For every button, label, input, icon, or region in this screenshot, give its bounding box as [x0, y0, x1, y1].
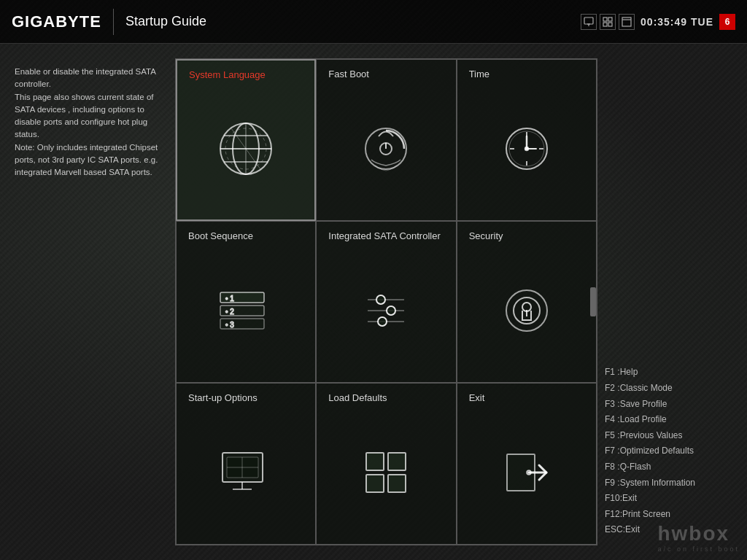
svg-rect-6 — [608, 23, 612, 26]
badge-icon: 6 — [719, 14, 735, 30]
svg-point-38 — [376, 295, 385, 304]
svg-rect-51 — [366, 453, 384, 470]
cell-icon-fast-boot — [328, 85, 444, 211]
grid-cell-load-defaults[interactable]: Load Defaults — [316, 383, 456, 545]
grid-cell-exit[interactable]: Exit — [457, 383, 597, 545]
cell-icon-boot-sequence: • 1 • 2 • 3 — [188, 247, 303, 373]
svg-text:• 1: • 1 — [225, 295, 234, 303]
shortcuts-list: F1 :HelpF2 :Classic ModeF3 :Save Profile… — [605, 365, 732, 538]
shortcut-item: F9 :System Information — [605, 475, 732, 491]
shortcut-item: F2 :Classic Mode — [605, 381, 732, 397]
svg-rect-7 — [622, 18, 631, 26]
svg-point-39 — [387, 306, 395, 315]
grid-cell-time[interactable]: Time — [457, 59, 597, 221]
grid-cell-fast-boot[interactable]: Fast Boot — [316, 59, 456, 221]
svg-rect-52 — [388, 453, 406, 470]
header: GIGABYTE Startup Guide — [0, 0, 747, 44]
svg-point-28 — [525, 147, 528, 150]
shortcut-item: F3 :Save Profile — [605, 397, 732, 413]
svg-text:• 2: • 2 — [225, 308, 234, 316]
cell-title-security: Security — [469, 230, 503, 241]
watermark: hwbox a/c on first boot — [657, 522, 740, 553]
grid-cell-security[interactable]: Security — [457, 221, 597, 383]
page-title: Startup Guide — [125, 14, 206, 29]
shortcut-item: F7 :Optimized Defaults — [605, 443, 732, 459]
cell-icon-time — [469, 85, 584, 211]
header-icons — [581, 14, 635, 30]
cell-title-fast-boot: Fast Boot — [328, 69, 369, 79]
svg-rect-3 — [603, 18, 607, 21]
grid-cell-startup-options[interactable]: Start-up Options — [176, 383, 316, 545]
cell-title-integrated-sata: Integrated SATA Controller — [328, 230, 440, 241]
svg-rect-0 — [584, 18, 593, 24]
description-text: Enable or disable the integrated SATA co… — [15, 66, 168, 179]
shortcut-item: F8 :Q-Flash — [605, 459, 732, 475]
cell-icon-system-language — [189, 86, 303, 211]
cell-title-time: Time — [469, 69, 489, 79]
main-content: Enable or disable the integrated SATA co… — [0, 44, 747, 560]
cell-title-startup-options: Start-up Options — [188, 392, 258, 403]
cell-title-load-defaults: Load Defaults — [328, 392, 387, 403]
grid-cell-system-language[interactable]: System Language — [176, 59, 316, 221]
svg-rect-4 — [608, 18, 612, 21]
watermark-main: hwbox — [657, 522, 740, 545]
shortcut-item: F10:Exit — [605, 491, 732, 507]
svg-rect-53 — [366, 475, 384, 492]
watermark-sub: a/c on first boot — [657, 545, 740, 553]
description-panel: Enable or disable the integrated SATA co… — [15, 58, 168, 545]
cell-title-system-language: System Language — [189, 69, 266, 80]
cell-title-exit: Exit — [469, 392, 485, 403]
grid-cell-boot-sequence[interactable]: Boot Sequence • 1 • 2 • 3 — [176, 221, 316, 383]
svg-point-57 — [527, 470, 531, 475]
scrollbar[interactable] — [590, 287, 596, 316]
grid-header-icon[interactable] — [600, 14, 616, 30]
monitor-header-icon[interactable] — [581, 14, 597, 30]
shortcut-item: F5 :Previous Values — [605, 428, 732, 444]
header-right: 00:35:49 TUE 6 — [581, 14, 735, 30]
shortcut-item: F1 :Help — [605, 365, 732, 381]
shortcut-item: F4 :Load Profile — [605, 412, 732, 428]
svg-rect-5 — [603, 23, 607, 26]
svg-text:• 3: • 3 — [225, 321, 234, 329]
clock-display: 00:35:49 TUE — [640, 16, 713, 28]
cell-icon-security — [469, 247, 584, 373]
gigabyte-logo: GIGABYTE — [12, 12, 101, 31]
right-panel: F1 :HelpF2 :Classic ModeF3 :Save Profile… — [605, 58, 732, 545]
svg-rect-54 — [388, 475, 406, 492]
cell-icon-exit — [469, 409, 584, 535]
startup-grid: System Language Fast Boot — [175, 58, 597, 545]
cell-title-boot-sequence: Boot Sequence — [188, 230, 253, 241]
grid-cell-integrated-sata[interactable]: Integrated SATA Controller — [316, 221, 456, 383]
shortcut-item: F12:Print Screen — [605, 507, 732, 523]
cell-icon-integrated-sata — [328, 247, 444, 373]
cell-icon-load-defaults — [328, 409, 444, 535]
svg-point-40 — [378, 317, 387, 326]
header-divider — [113, 9, 114, 35]
cell-icon-startup-options — [188, 409, 303, 535]
window-header-icon[interactable] — [619, 14, 635, 30]
